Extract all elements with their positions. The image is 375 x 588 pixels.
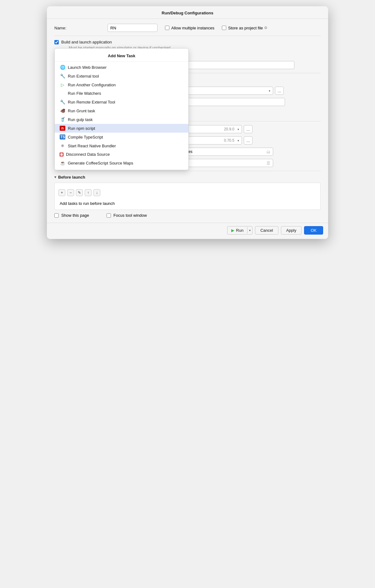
add-new-task-popup: Add New Task 🌐 Launch Web Browser 🔧 Run … <box>54 48 189 170</box>
show-page-label: Show this page <box>61 213 89 218</box>
coffeescript-icon: ☕ <box>60 160 65 165</box>
popup-item-run-external-tool[interactable]: 🔧 Run External tool <box>55 72 188 80</box>
store-project-checkbox[interactable] <box>222 26 226 30</box>
before-launch-container: Add New Task 🌐 Launch Web Browser 🔧 Run … <box>54 183 321 218</box>
popup-item-label-run-gulp: Run gulp task <box>68 117 93 122</box>
browser-ellipsis-btn[interactable]: ... <box>275 87 284 95</box>
dialog-body: Name: Allow multiple instances Store as … <box>47 19 328 223</box>
run-play-icon: ▶ <box>231 228 234 233</box>
popup-item-run-remote-external[interactable]: 🔧 Run Remote External Tool <box>55 98 188 106</box>
react-native-ellipsis-btn[interactable]: ... <box>244 136 252 144</box>
build-launch-label: Build and launch application <box>61 40 112 44</box>
popup-item-label-run-external-tool: Run External tool <box>68 74 99 79</box>
react-native-dropdown-arrow: ▾ <box>238 139 239 142</box>
popup-item-compile-ts[interactable]: TS Compile TypeScript <box>55 133 188 141</box>
before-launch-header[interactable]: ▾ Before launch <box>54 175 321 180</box>
popup-item-label-launch-web-browser: Launch Web Browser <box>68 65 107 70</box>
run-debug-dialog: Run/Debug Configurations Name: Allow mul… <box>47 6 328 239</box>
add-task-btn[interactable]: + <box>58 189 65 196</box>
cancel-btn[interactable]: Cancel <box>255 226 278 235</box>
allow-multiple-checkbox[interactable] <box>165 26 169 30</box>
before-launch-toolbar: + − ✎ ↑ ↓ <box>58 189 317 196</box>
store-project-label: Store as project file <box>228 26 263 30</box>
popup-item-start-rn-bundler[interactable]: ⚛ Start React Native Bundler <box>55 141 188 150</box>
name-label: Name: <box>54 26 108 30</box>
name-input[interactable] <box>108 24 158 32</box>
gear-icon[interactable]: ⚙ <box>264 26 268 30</box>
popup-item-launch-web-browser[interactable]: 🌐 Launch Web Browser <box>55 63 188 72</box>
popup-item-label-run-remote-external: Run Remote External Tool <box>68 100 115 104</box>
browser-dropdown-arrow: ▾ <box>269 89 270 93</box>
build-launch-row: Build and launch application <box>54 40 321 44</box>
popup-item-label-run-npm: Run npm script <box>68 126 95 131</box>
popup-item-label-run-grunt: Run Grunt task <box>68 109 95 113</box>
allow-multiple-label: Allow multiple instances <box>171 26 214 30</box>
dialog-title: Run/Debug Configurations <box>47 6 328 19</box>
build-launch-checkbox[interactable] <box>54 40 59 44</box>
ok-btn[interactable]: OK <box>304 226 323 235</box>
popup-item-generate-coffeescript[interactable]: ☕ Generate CoffeeScript Source Maps <box>55 159 188 167</box>
before-launch-placeholder-text: Add tasks to run before launch <box>58 196 317 206</box>
popup-item-run-gulp[interactable]: 🥤 Run gulp task <box>55 115 188 124</box>
list-icon: ☰ <box>267 161 270 165</box>
popup-title: Add New Task <box>55 51 188 62</box>
run-btn-group[interactable]: ▶ Run ▾ <box>227 226 252 235</box>
before-launch-area: + − ✎ ↑ ↓ Add tasks to run before launch <box>54 183 321 210</box>
edit-task-btn[interactable]: ✎ <box>76 189 83 196</box>
popup-item-run-npm[interactable]: n Run npm script <box>55 124 188 133</box>
disconnect-icon <box>60 153 63 156</box>
dialog-footer: ▶ Run ▾ Cancel Apply OK <box>47 223 328 239</box>
wrench-icon-1: 🔧 <box>60 74 65 79</box>
popup-item-run-grunt[interactable]: 🐗 Run Grunt task <box>55 106 188 115</box>
popup-item-label-compile-ts: Compile TypeScript <box>68 135 103 139</box>
move-down-btn[interactable]: ↓ <box>93 189 100 196</box>
remove-task-btn[interactable]: − <box>67 189 74 196</box>
popup-item-label-generate-coffeescript: Generate CoffeeScript Source Maps <box>68 161 133 165</box>
play-icon-1: ▷ <box>60 82 65 87</box>
grunt-icon: 🐗 <box>60 108 65 113</box>
popup-item-disconnect-datasource[interactable]: Disconnect Data Source <box>55 150 188 159</box>
before-launch-chevron: ▾ <box>54 175 56 179</box>
popup-item-run-another-config[interactable]: ▷ Run Another Configuration <box>55 80 188 89</box>
run-dropdown-btn[interactable]: ▾ <box>247 227 252 234</box>
node-ellipsis-btn[interactable]: ... <box>244 125 252 133</box>
wrench-icon-2: 🔧 <box>60 99 65 104</box>
popup-item-run-file-watchers[interactable]: Run File Watchers <box>55 89 188 98</box>
before-launch-label: Before launch <box>58 175 85 180</box>
popup-item-label-run-another-config: Run Another Configuration <box>68 83 116 87</box>
divider-1 <box>54 36 321 36</box>
gulp-icon: 🥤 <box>60 117 65 122</box>
popup-item-label-start-rn-bundler: Start React Native Bundler <box>68 144 116 148</box>
name-row: Name: Allow multiple instances Store as … <box>54 24 321 32</box>
run-btn[interactable]: ▶ Run <box>228 226 247 234</box>
run-btn-label: Run <box>236 228 243 233</box>
react-native-version: 0.70.5 <box>224 138 234 143</box>
focus-window-label: Focus tool window <box>113 213 147 218</box>
show-page-checkbox[interactable] <box>54 213 59 218</box>
move-up-btn[interactable]: ↑ <box>85 189 92 196</box>
react-icon: ⚛ <box>60 143 65 148</box>
divider-4 <box>54 171 321 171</box>
node-version: 20.9.0 <box>224 127 234 131</box>
npm-icon: n <box>60 126 65 131</box>
typescript-icon: TS <box>60 134 65 139</box>
show-console-row: Show this page Focus tool window <box>54 213 321 218</box>
popup-item-label-disconnect-datasource: Disconnect Data Source <box>66 152 110 157</box>
folder-icon: 🗂 <box>266 150 270 154</box>
node-dropdown-arrow: ▾ <box>238 128 239 131</box>
apply-btn[interactable]: Apply <box>281 226 302 235</box>
focus-window-checkbox[interactable] <box>107 213 111 218</box>
globe-icon: 🌐 <box>60 65 65 70</box>
popup-item-label-run-file-watchers: Run File Watchers <box>68 91 101 96</box>
